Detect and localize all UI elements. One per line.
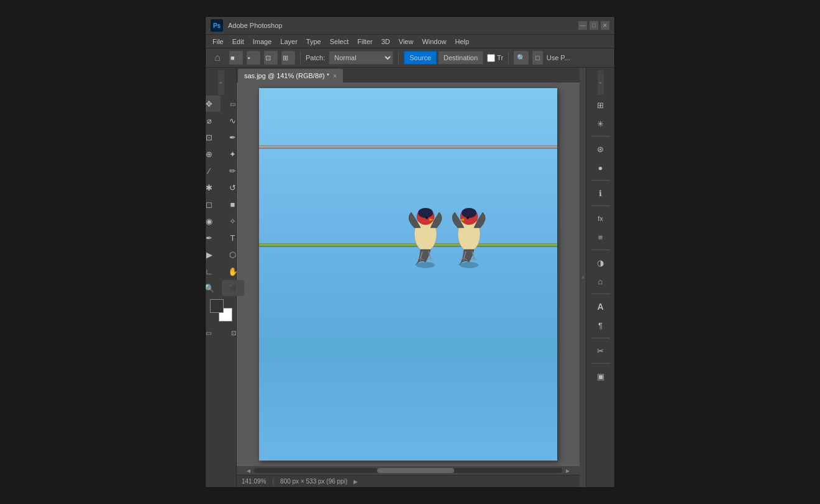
pen-tool[interactable]: ✒ [206,230,221,246]
options-separator-3 [508,52,509,64]
circle-panel-icon[interactable]: ● [591,159,611,176]
blur-tool[interactable]: ◉ [206,213,221,229]
tab-bar: sas.jpg @ 141% (RGB/8#) * × [237,68,580,83]
search-button[interactable]: 🔍 [514,51,529,65]
menu-image[interactable]: Image [248,37,276,47]
menu-filter[interactable]: Filter [353,37,376,47]
photoshop-window: Ps Adobe Photoshop — □ ✕ File Edit Image… [205,16,615,488]
scrollbar-thumb[interactable] [377,468,454,473]
status-bar: 141.09% | 800 px × 533 px (96 ppi) ▶ [237,475,580,487]
fx-panel-icon[interactable]: fx [591,210,611,227]
panel-sep-3 [591,205,610,206]
scrollbar-track[interactable] [254,468,562,473]
tool-option-1[interactable]: ■ [229,51,243,65]
left-panel-collapse[interactable]: « [218,70,224,95]
panel-sep-6 [591,338,610,338]
tools-panel-icon[interactable]: ⊛ [591,140,611,158]
healing-brush-tool[interactable]: ⊕ [206,146,221,162]
transform-checkbox[interactable] [487,54,495,62]
svg-line-9 [427,258,430,260]
canvas-wrapper[interactable] [237,83,580,466]
lasso-tool[interactable]: ⌀ [206,112,221,128]
workspace-button[interactable]: □ [532,51,543,65]
options-separator-2 [398,52,399,64]
canvas-area: sas.jpg @ 141% (RGB/8#) * × [237,68,580,487]
menu-window[interactable]: Window [417,37,450,47]
panel-sep-1 [591,136,610,137]
menu-view[interactable]: View [394,37,418,47]
document-tab[interactable]: sas.jpg @ 141% (RGB/8#) * × [238,69,343,83]
info-panel-icon[interactable]: ℹ [591,184,611,202]
menu-edit[interactable]: Edit [228,37,248,47]
snowflake-panel-icon[interactable]: ✳ [591,115,611,132]
tab-close-button[interactable]: × [333,73,337,79]
horizontal-scrollbar[interactable]: ◄ ► [237,466,580,475]
window-controls: — □ ✕ [578,21,609,30]
menu-select[interactable]: Select [326,37,353,47]
brush-tool[interactable]: ∕ [206,163,221,179]
right-panel-collapse-right[interactable]: » [598,70,604,95]
left-toolbar: « ✥ ▭ ⌀ ∿ ⊡ ✒ ⊕ ✦ ∕ ✏ ✱ ↺ [206,68,237,487]
tool-option-4[interactable]: ⊞ [281,51,295,65]
menu-type[interactable]: Type [302,37,326,47]
menu-file[interactable]: File [208,37,228,47]
birds-svg [402,184,495,284]
svg-point-24 [416,262,435,268]
zoom-tool[interactable]: 🔍 [206,280,221,296]
transform-checkbox-label[interactable]: Tr [487,54,503,62]
separator: | [272,478,274,485]
adjustment-panel-icon[interactable]: ◑ [591,254,611,271]
tool-option-3[interactable]: ⊡ [264,51,278,65]
eraser-tool[interactable]: ◻ [206,196,221,212]
color-swatches[interactable] [210,299,232,322]
foreground-color-swatch[interactable] [210,299,224,313]
shape-tool[interactable]: ∟ [206,263,221,279]
options-separator-1 [300,52,301,64]
patch-label: Patch: [306,54,325,61]
right-panel-collapse-left[interactable]: « [580,68,586,487]
svg-point-25 [460,262,478,268]
minimize-button[interactable]: — [578,21,587,30]
svg-line-23 [474,258,477,260]
ps-logo: Ps [211,19,223,32]
menu-bar: File Edit Image Layer Type Select Filter… [206,34,614,48]
panel-sep-4 [591,250,610,250]
svg-line-11 [430,258,434,260]
maximize-button[interactable]: □ [590,21,598,30]
destination-button[interactable]: Destination [438,51,483,65]
svg-point-2 [418,208,433,218]
stamp-tool[interactable]: ✱ [206,179,221,196]
home-button[interactable]: ⌂ [209,50,226,66]
menu-3d[interactable]: 3D [377,37,394,47]
layers-panel-icon[interactable]: ≡ [591,228,611,246]
source-button[interactable]: Source [404,51,437,65]
grid-panel-icon[interactable]: ⊞ [591,96,611,114]
char-panel-icon[interactable]: A [591,298,611,315]
source-dest-group: Source Destination [404,51,483,65]
title-bar: Ps Adobe Photoshop — □ ✕ [206,17,614,34]
patch-mode-select[interactable]: Normal Content-Aware [329,51,393,65]
window-title: Adobe Photoshop [228,22,282,29]
zoom-level: 141.09% [242,478,266,485]
path-select-tool[interactable]: ▶ [206,246,221,263]
history-panel-icon[interactable]: ▣ [591,367,611,385]
right-panels: » ⊞ ✳ ⊛ ● ℹ fx ≡ ◑ ⌂ A ¶ ✂ ▣ [586,68,614,487]
tab-filename: sas.jpg @ 141% (RGB/8#) * [244,72,329,79]
scissors-panel-icon[interactable]: ✂ [591,342,611,359]
standard-mode-btn[interactable]: ▭ [206,325,220,341]
svg-line-21 [471,258,474,260]
canvas-image [259,88,557,461]
status-arrow[interactable]: ▶ [353,479,358,485]
menu-help[interactable]: Help [451,37,474,47]
tool-option-2[interactable]: ▪ [247,51,260,65]
brush-settings-panel-icon[interactable]: ⌂ [591,272,611,290]
menu-layer[interactable]: Layer [276,37,302,47]
move-tool[interactable]: ✥ [206,96,221,112]
crop-tool[interactable]: ⊡ [206,129,221,145]
para-panel-icon[interactable]: ¶ [591,317,611,334]
svg-point-3 [426,217,428,219]
wire-top [259,145,557,149]
close-button[interactable]: ✕ [601,21,609,30]
panel-sep-7 [591,363,610,364]
svg-point-15 [467,217,469,219]
